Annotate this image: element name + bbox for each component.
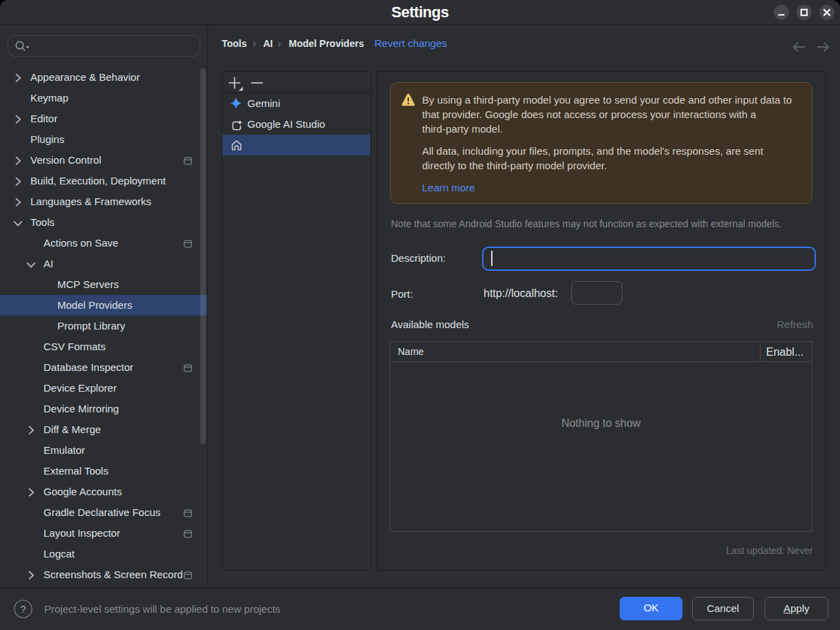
svg-text:?: ?	[20, 603, 26, 615]
